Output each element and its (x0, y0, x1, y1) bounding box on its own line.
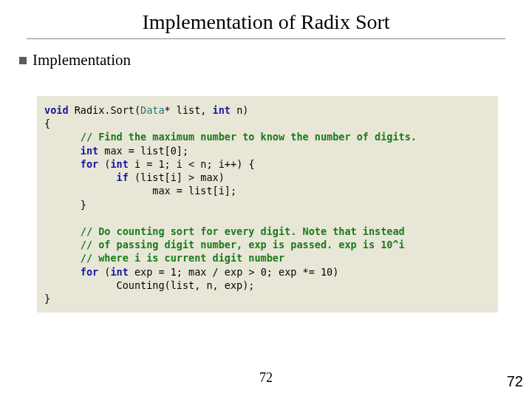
square-bullet-icon (19, 57, 27, 64)
title-rule (27, 38, 505, 39)
code-text: i = 1; i < n; i++) { (129, 158, 255, 170)
code-text: Counting(list, n, exp); (117, 279, 255, 291)
bullet-item: Implementation (19, 51, 505, 69)
code-text: n) (231, 104, 248, 116)
code-text: max = list[0]; (98, 145, 188, 157)
code-kw: void (44, 104, 69, 116)
code-text: Radix.Sort( (69, 104, 141, 116)
code-text: ( (98, 158, 110, 170)
code-kw: int (110, 266, 128, 278)
code-comment: // Do counting sort for every digit. Not… (81, 225, 405, 237)
code-text: * list, (165, 104, 213, 116)
bullet-text: Implementation (33, 51, 131, 69)
code-type: Data (140, 104, 165, 116)
slide-title: Implementation of Radix Sort (27, 10, 505, 34)
code-text: } (81, 199, 86, 211)
code-comment: // Find the maximum number to know the n… (81, 131, 417, 143)
code-text: exp = 1; max / exp > 0; exp *= 10) (129, 266, 338, 278)
code-text: max = list[i]; (152, 185, 236, 197)
code-comment: // where i is current digit number (81, 252, 284, 264)
page-number-corner: 72 (507, 373, 523, 390)
slide: Implementation of Radix Sort Implementat… (0, 0, 532, 399)
code-kw: int (110, 158, 128, 170)
code-kw: int (213, 104, 231, 116)
code-comment: // of passing digit number, exp is passe… (81, 239, 405, 250)
page-number-center: 72 (0, 370, 532, 386)
code-kw: for (81, 266, 98, 278)
code-kw: int (81, 145, 98, 157)
code-text: { (44, 117, 50, 129)
code-block: void Radix.Sort(Data* list, int n) { // … (37, 96, 498, 313)
code-kw: if (117, 171, 129, 183)
code-text: } (44, 293, 50, 304)
code-text: (list[i] > max) (129, 171, 225, 183)
code-text: ( (98, 266, 110, 278)
code-kw: for (81, 158, 98, 170)
